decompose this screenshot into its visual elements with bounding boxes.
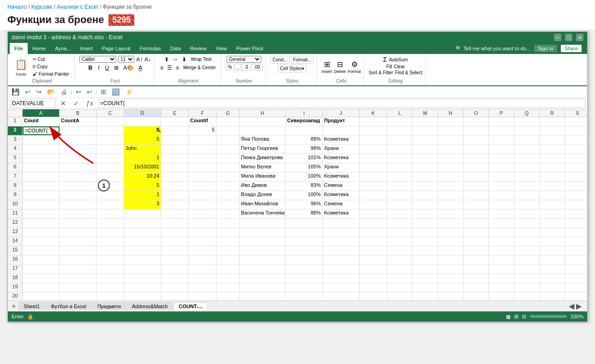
cell-m8[interactable]: [413, 182, 438, 191]
qa-misc2-icon[interactable]: ⚡: [123, 87, 135, 96]
cell-d11[interactable]: [124, 209, 161, 218]
cell-b2[interactable]: [60, 126, 96, 135]
view-layout-icon[interactable]: ⊞: [514, 314, 518, 320]
cell-f5[interactable]: [189, 154, 216, 163]
align-bottom-button[interactable]: ⬇: [180, 56, 188, 63]
cell-k6[interactable]: [360, 163, 387, 172]
cell-s9[interactable]: [565, 191, 587, 200]
cell-p7[interactable]: [489, 173, 514, 181]
cell-e1[interactable]: [161, 117, 189, 126]
cell-p9[interactable]: [489, 191, 514, 200]
cell-o11[interactable]: [463, 209, 489, 218]
cell-k7[interactable]: [360, 173, 387, 181]
cell-h10[interactable]: Иван Михайлов: [240, 200, 286, 209]
cell-n7[interactable]: [438, 173, 463, 181]
cell-l11[interactable]: [387, 209, 413, 218]
copy-button[interactable]: ⎘ Copy: [30, 63, 72, 70]
sheet-tab-predmeti[interactable]: Предмети: [92, 302, 126, 310]
fill-button[interactable]: Fill: [386, 64, 392, 69]
font-size-up-icon[interactable]: A↑: [136, 56, 143, 63]
cell-d7[interactable]: 10:24: [124, 173, 161, 181]
cell-r4[interactable]: [540, 145, 565, 154]
cell-i1[interactable]: Северозапад: [286, 117, 323, 126]
zoom-slider[interactable]: [530, 315, 567, 318]
tab-home[interactable]: Home: [28, 43, 50, 54]
cell-n1[interactable]: [438, 117, 463, 126]
cell-d10[interactable]: 3: [124, 200, 161, 209]
cell-e10[interactable]: [161, 200, 189, 209]
cell-s11[interactable]: [565, 209, 587, 218]
cell-q10[interactable]: [514, 200, 540, 209]
qa-print-icon[interactable]: 🖨: [59, 87, 69, 96]
cell-h4[interactable]: Петър Георгиев: [240, 145, 286, 154]
cell-l9[interactable]: [387, 191, 413, 200]
cell-m11[interactable]: [413, 209, 438, 218]
cell-f7[interactable]: [189, 173, 216, 181]
cell-b1[interactable]: CountA: [60, 117, 96, 126]
cell-p1[interactable]: [489, 117, 514, 126]
cell-k5[interactable]: [360, 154, 387, 163]
cell-g10[interactable]: [216, 200, 240, 209]
cell-n5[interactable]: [438, 154, 463, 163]
cell-j2[interactable]: [323, 126, 360, 135]
col-header-n[interactable]: N: [438, 109, 463, 117]
cell-m1[interactable]: [413, 117, 438, 126]
cell-a2[interactable]: =COUNT( COUNT(value1, [value2], ...): [23, 126, 60, 135]
bold-button[interactable]: B: [87, 64, 95, 72]
align-center-button[interactable]: ☰: [166, 64, 174, 72]
col-header-a[interactable]: A: [23, 109, 60, 117]
italic-button[interactable]: I: [96, 64, 101, 72]
cell-q9[interactable]: [514, 191, 540, 200]
qa-extra-icon[interactable]: ⊞: [99, 87, 108, 96]
cell-e4[interactable]: [161, 145, 189, 154]
close-button[interactable]: ✕: [576, 34, 583, 41]
cell-b8[interactable]: [60, 182, 96, 191]
cell-d4[interactable]: John: [124, 145, 161, 154]
cell-l1[interactable]: [387, 117, 413, 126]
cell-c2[interactable]: [96, 126, 124, 135]
cell-b9[interactable]: [60, 191, 96, 200]
cell-c11[interactable]: [96, 209, 124, 218]
cell-b11[interactable]: [60, 209, 96, 218]
col-header-b[interactable]: B: [60, 109, 96, 117]
col-header-e[interactable]: E: [161, 109, 189, 117]
sort-filter-button[interactable]: Sort & Filter: [369, 70, 393, 75]
cell-f8[interactable]: [189, 182, 216, 191]
cell-j4[interactable]: Храни: [323, 145, 360, 154]
cell-d6[interactable]: 15/10/2001: [124, 163, 161, 172]
cell-j10[interactable]: Семена: [323, 200, 360, 209]
cell-q5[interactable]: [514, 154, 540, 163]
borders-button[interactable]: ⊞: [113, 64, 120, 72]
cell-q7[interactable]: [514, 173, 540, 181]
cell-f3[interactable]: [189, 136, 216, 144]
cell-g3[interactable]: [216, 136, 240, 144]
cell-g5[interactable]: [216, 154, 240, 163]
cell-e5[interactable]: [161, 154, 189, 163]
qa-open-icon[interactable]: 📂: [45, 87, 57, 96]
cell-k2[interactable]: [360, 126, 387, 135]
cell-g2[interactable]: [216, 126, 240, 135]
cell-m7[interactable]: [413, 173, 438, 181]
cell-o5[interactable]: [463, 154, 489, 163]
cell-q8[interactable]: [514, 182, 540, 191]
cell-r2[interactable]: [540, 126, 565, 135]
cell-q2[interactable]: [514, 126, 540, 135]
qa-save-icon[interactable]: 💾: [10, 87, 21, 96]
cell-f10[interactable]: [189, 200, 216, 209]
cell-r11[interactable]: [540, 209, 565, 218]
scroll-sheets-right-icon[interactable]: ▶: [576, 302, 582, 310]
qa-misc-icon[interactable]: 🔠: [110, 87, 121, 96]
cell-l8[interactable]: [387, 182, 413, 191]
font-size-down-icon[interactable]: A↓: [144, 56, 151, 63]
cell-a1[interactable]: Count: [23, 117, 60, 126]
insert-button[interactable]: Insert: [322, 69, 332, 74]
cell-d9[interactable]: 1: [124, 191, 161, 200]
cell-o4[interactable]: [463, 145, 489, 154]
cell-r9[interactable]: [540, 191, 565, 200]
tab-formulas[interactable]: Formulas: [135, 43, 166, 54]
col-header-c[interactable]: C: [96, 109, 124, 117]
clear-button[interactable]: Clear: [394, 64, 405, 69]
col-header-m[interactable]: M: [413, 109, 438, 117]
find-select-button[interactable]: Find & Select: [395, 70, 422, 75]
cell-n10[interactable]: [438, 200, 463, 209]
